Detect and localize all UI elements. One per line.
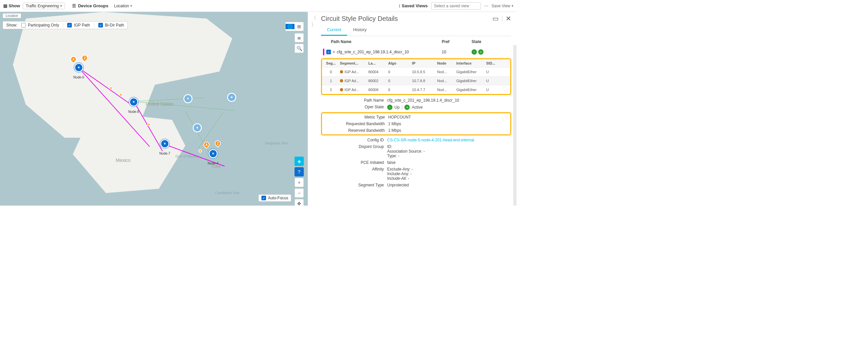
s0-idx: 0 — [323, 70, 339, 74]
k: Segment Type — [321, 183, 387, 188]
topbar-right: ⟟ Saved Views ⋯ Save View ▾ — [399, 2, 513, 9]
router-icon: ✶ — [186, 96, 190, 101]
minimize-icon[interactable]: ▭ — [492, 15, 499, 23]
sh-label: La... — [367, 61, 387, 65]
s1-type: IGP Ad... — [344, 79, 359, 83]
kv-pce: PCE Initiatedfalse — [321, 159, 511, 166]
dv3: Type: - — [387, 154, 511, 158]
device-groups-text: Device Groups — [78, 3, 108, 8]
k: Oper State — [321, 105, 387, 110]
chevron-down-icon[interactable]: ▾ — [333, 50, 335, 54]
details-main: Circuit Style Policy Details ▭ ✕ Current… — [320, 12, 517, 206]
sh-intf: Interface — [455, 61, 485, 65]
zoom-in-button[interactable]: + — [294, 178, 304, 187]
bidir-checkbox[interactable]: ✓ Bi-Dir Path — [98, 23, 124, 27]
igp-checkbox[interactable]: ✓ IGP Path — [67, 23, 90, 27]
node-4-label: Node-4 — [208, 162, 219, 165]
search-map-button[interactable]: 🔍 — [294, 44, 304, 53]
node-small-1[interactable]: ✶ — [183, 94, 193, 103]
show-text: Show — [9, 3, 20, 8]
bookmark-icon: ⟟ — [399, 3, 400, 9]
v: ↑Up | AActive — [387, 105, 511, 110]
path-table-header: Path Name Pref State — [321, 36, 511, 47]
s2-ip: 10.4.7.7 — [411, 88, 436, 92]
tab-history[interactable]: History — [347, 25, 372, 36]
map-view-toggle[interactable]: 🌐 ⊞ — [285, 22, 304, 31]
layers-button[interactable]: ≣ — [294, 33, 304, 42]
map-label-carib: Caribbean Sea — [215, 191, 239, 195]
v: Exclude-Any: - Include-Any: - Include-Al… — [387, 167, 511, 181]
config-link[interactable]: CS-CS-SR-node-5-node-4-201-head-end-inte… — [387, 138, 474, 142]
chevron-down-icon: ▾ — [130, 4, 132, 8]
av3: Include-All: - — [387, 176, 511, 181]
checkbox-on-icon: ✓ — [261, 196, 266, 200]
kv-res-bw: Reserved Bandwidth1 Mbps — [322, 127, 510, 134]
s0-algo: 0 — [387, 70, 411, 74]
topbar: ▤ Show Traffic Engineering ▾ ☰ Device Gr… — [0, 0, 517, 12]
sh-node: Node — [436, 61, 455, 65]
kv-req-bw: Requested Bandwidth1 Mbps — [322, 120, 510, 127]
fit-button[interactable]: ✥ — [294, 199, 304, 206]
sh-sid: SID... — [485, 61, 499, 65]
locate-button[interactable]: ◈ — [294, 156, 304, 166]
sh-segment: Segment... — [339, 61, 367, 65]
router-icon: ✶ — [163, 141, 166, 146]
participating-checkbox[interactable]: Participating Only — [21, 23, 59, 27]
node-4[interactable]: ✶ — [209, 149, 218, 158]
up-icon: ↑ — [387, 105, 393, 110]
av2: Include-Any: - — [387, 172, 511, 176]
save-view-button[interactable]: Save View ▾ — [492, 4, 513, 8]
segment-row[interactable]: 2 IGP Ad... 80008 0 10.4.7.7 Nod... Giga… — [322, 85, 510, 94]
checkbox-on-icon[interactable]: ✓ — [326, 50, 331, 54]
save-view-text: Save View — [492, 4, 510, 8]
location-text: Location — [114, 4, 129, 8]
map-area[interactable]: Location Show: Participating Only ✓ IGP … — [0, 12, 308, 206]
node-8[interactable]: ✶ — [129, 97, 138, 107]
up-icon: ↑ — [471, 49, 477, 55]
show-dropdown[interactable]: Traffic Engineering ▾ — [23, 3, 65, 9]
stack-icon: ≣ — [297, 35, 301, 40]
device-groups-label: ☰ Device Groups — [72, 3, 108, 8]
pin-a2: A — [202, 140, 211, 149]
active-icon: A — [404, 105, 410, 110]
minus-icon: − — [298, 191, 301, 196]
adj-icon — [340, 79, 343, 82]
auto-focus-label: Auto-Focus — [268, 196, 288, 200]
s0-ip: 10.5.8.5 — [411, 70, 436, 74]
segment-row[interactable]: 1 IGP Ad... 80002 0 10.7.8.8 Nod... Giga… — [322, 76, 510, 85]
k: Metric Type — [322, 115, 388, 119]
more-icon[interactable]: ⋯ — [484, 3, 489, 8]
kv-config-id: Config IDCS-CS-SR-node-5-node-4-201-head… — [321, 137, 511, 143]
auto-focus-toggle[interactable]: ✓ Auto-Focus — [258, 194, 291, 202]
node-7[interactable]: ✶ — [160, 139, 169, 148]
path-row[interactable]: ✓ ▾ cfg_srte_c_201_ep_198.19.1.4_discr_1… — [321, 47, 511, 58]
s1-idx: 1 — [323, 79, 339, 83]
col-state: State — [471, 39, 508, 44]
details-panel: 〈 〉 Circuit Style Policy Details ▭ ✕ Cur… — [308, 12, 517, 206]
location-dropdown[interactable]: Location ▾ — [111, 3, 135, 9]
tab-current[interactable]: Current — [321, 25, 347, 36]
sep — [63, 23, 63, 27]
plus-icon: + — [298, 180, 301, 185]
segment-row[interactable]: 0 IGP Ad... 80004 0 10.5.8.5 Nod... Giga… — [322, 67, 510, 76]
node-5[interactable]: ✶ — [74, 63, 83, 72]
topology-icon: ⊞ — [294, 24, 304, 29]
panel-nav-arrows[interactable]: 〈 〉 — [308, 12, 320, 206]
close-icon[interactable]: ✕ — [506, 15, 511, 23]
router-icon: ✶ — [77, 65, 81, 70]
saved-view-input[interactable] — [431, 2, 481, 9]
help-button[interactable]: ? — [294, 167, 304, 176]
list-icon: ☰ — [72, 3, 76, 8]
v: 1 Mbps — [388, 128, 510, 133]
segment-table: Seg... Segment... La... Algo IP Node Int… — [321, 58, 511, 95]
checkbox-on-icon: ✓ — [67, 23, 72, 27]
kv-oper-state: Oper State ↑Up | AActive — [321, 104, 511, 111]
node-small-3[interactable]: ✶ — [193, 123, 202, 133]
kv-seg-type: Segment TypeUnprotected — [321, 182, 511, 189]
scrollbar[interactable] — [513, 45, 517, 206]
router-icon: ✶ — [195, 125, 199, 130]
zoom-out-button[interactable]: − — [294, 189, 304, 198]
s1-label: 80002 — [367, 79, 387, 83]
node-small-2[interactable]: ✶ — [227, 93, 236, 102]
breadcrumb[interactable]: Location — [3, 13, 21, 18]
